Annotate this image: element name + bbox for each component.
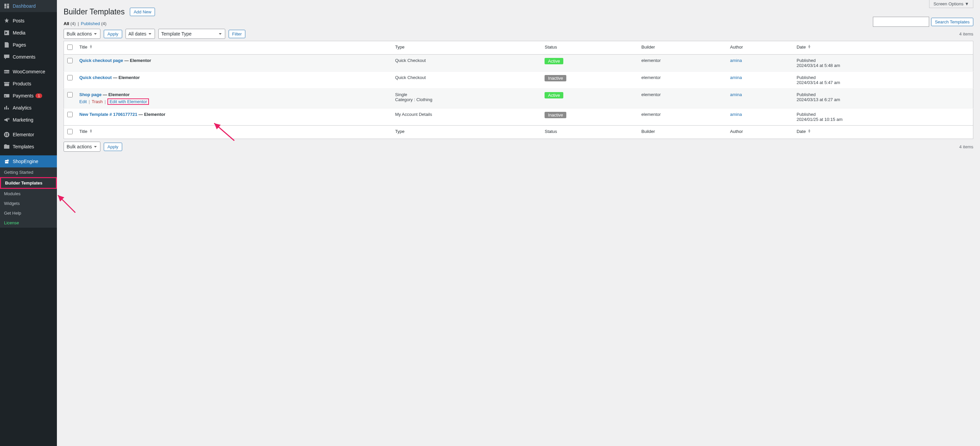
svg-text:Woo: Woo bbox=[4, 70, 10, 73]
date-filter-select[interactable]: All dates bbox=[126, 29, 155, 39]
cell-type: SingleCategory : Clothing bbox=[391, 89, 541, 108]
edit-link[interactable]: Edit bbox=[80, 99, 87, 104]
sort-icon: ▲▼ bbox=[808, 129, 811, 133]
bulk-actions-select[interactable]: Bulk actions bbox=[64, 29, 100, 39]
sidebar-item-payments[interactable]: Payments1 bbox=[0, 90, 57, 102]
column-title-header[interactable]: Title ▲▼ bbox=[76, 41, 391, 54]
submenu-item-getting-started[interactable]: Getting Started bbox=[0, 167, 57, 177]
pin-icon bbox=[3, 18, 10, 24]
column-builder-header: Builder bbox=[638, 41, 727, 54]
sidebar-item-label: Marketing bbox=[13, 117, 33, 123]
main-content: Screen Options ▼ Builder Templates Add N… bbox=[57, 0, 980, 446]
bulk-actions-select-bottom[interactable]: Bulk actions bbox=[64, 142, 100, 152]
svg-rect-3 bbox=[5, 96, 6, 96]
submenu-item-builder-templates[interactable]: Builder Templates bbox=[0, 177, 57, 189]
chevron-down-icon: ▼ bbox=[965, 2, 969, 6]
filter-button[interactable]: Filter bbox=[229, 30, 246, 38]
apply-bulk-button[interactable]: Apply bbox=[104, 30, 122, 38]
sidebar-item-products[interactable]: Products bbox=[0, 78, 57, 90]
author-link[interactable]: amina bbox=[730, 92, 742, 97]
view-published-count: (4) bbox=[101, 21, 107, 26]
row-checkbox[interactable] bbox=[67, 112, 73, 117]
sidebar-item-media[interactable]: Media bbox=[0, 27, 57, 39]
author-link[interactable]: amina bbox=[730, 112, 742, 117]
column-author-header: Author bbox=[727, 41, 793, 54]
analytics-icon bbox=[3, 105, 10, 111]
template-type-select[interactable]: Template Type bbox=[158, 29, 225, 39]
row-title-link[interactable]: Quick checkout page bbox=[80, 58, 123, 63]
cell-date: Published2024/03/14 at 5:48 am bbox=[793, 54, 973, 72]
sidebar-item-label: ShopEngine bbox=[13, 159, 38, 164]
apply-bulk-button-bottom[interactable]: Apply bbox=[104, 143, 122, 151]
sidebar-item-woocommerce[interactable]: WooWooCommerce bbox=[0, 65, 57, 78]
table-row: Shop page — ElementorEdit | Trash | Edit… bbox=[64, 89, 973, 108]
builder-suffix: — Elementor bbox=[137, 112, 165, 117]
tablenav-bottom: Bulk actions Apply 4 items bbox=[64, 142, 973, 152]
table-header: Title ▲▼ Type Status Builder Author Date… bbox=[64, 41, 973, 54]
row-title-link[interactable]: Quick checkout bbox=[80, 75, 112, 80]
elementor-icon bbox=[3, 131, 10, 138]
products-icon bbox=[3, 80, 10, 87]
sidebar-item-elementor[interactable]: Elementor bbox=[0, 129, 57, 141]
column-author-footer: Author bbox=[727, 126, 793, 139]
items-count-bottom: 4 items bbox=[959, 144, 973, 149]
sidebar-item-label: Analytics bbox=[13, 105, 32, 110]
row-checkbox[interactable] bbox=[67, 58, 73, 63]
sidebar-item-templates[interactable]: Templates bbox=[0, 141, 57, 153]
sidebar-item-analytics[interactable]: Analytics bbox=[0, 102, 57, 114]
add-new-button[interactable]: Add New bbox=[130, 8, 155, 16]
woo-icon: Woo bbox=[3, 68, 10, 75]
sidebar-item-shopengine[interactable]: ShopEngine bbox=[0, 155, 57, 167]
sidebar-item-label: WooCommerce bbox=[13, 69, 45, 74]
sidebar-item-posts[interactable]: Posts bbox=[0, 15, 57, 27]
select-all-checkbox-footer[interactable] bbox=[67, 129, 73, 134]
table-row: New Template # 1706177721 — ElementorMy … bbox=[64, 108, 973, 126]
search-input[interactable] bbox=[873, 17, 929, 27]
shopengine-icon bbox=[3, 158, 10, 165]
cell-builder: elementor bbox=[638, 89, 727, 108]
search-templates-button[interactable]: Search Templates bbox=[931, 18, 973, 26]
view-published-link[interactable]: Published bbox=[81, 21, 100, 26]
column-status-footer: Status bbox=[541, 126, 638, 139]
templates-table: Title ▲▼ Type Status Builder Author Date… bbox=[64, 41, 973, 139]
row-title-link[interactable]: New Template # 1706177721 bbox=[80, 112, 137, 117]
trash-link[interactable]: Trash bbox=[92, 99, 103, 104]
status-badge: Active bbox=[544, 92, 563, 99]
builder-suffix: — Elementor bbox=[123, 58, 151, 63]
column-builder-footer: Builder bbox=[638, 126, 727, 139]
svg-rect-6 bbox=[7, 133, 8, 134]
author-link[interactable]: amina bbox=[730, 75, 742, 80]
view-all-link[interactable]: All bbox=[64, 21, 69, 26]
sidebar-item-label: Templates bbox=[13, 144, 34, 149]
author-link[interactable]: amina bbox=[730, 58, 742, 63]
column-date-header[interactable]: Date ▲▼ bbox=[793, 41, 973, 54]
screen-options-toggle[interactable]: Screen Options ▼ bbox=[929, 0, 973, 8]
page-title: Builder Templates bbox=[64, 7, 124, 16]
submenu-item-modules[interactable]: Modules bbox=[0, 189, 57, 199]
column-title-footer[interactable]: Title ▲▼ bbox=[76, 126, 391, 139]
sidebar-item-pages[interactable]: Pages bbox=[0, 39, 57, 51]
submenu-item-license[interactable]: License bbox=[0, 218, 57, 228]
select-all-checkbox[interactable] bbox=[67, 45, 73, 50]
status-badge: Inactive bbox=[544, 75, 566, 81]
row-checkbox[interactable] bbox=[67, 75, 73, 80]
svg-rect-5 bbox=[5, 133, 6, 136]
edit-with-elementor-link[interactable]: Edit with Elementor bbox=[110, 99, 147, 104]
sidebar-item-label: Dashboard bbox=[13, 3, 36, 9]
screen-options-label: Screen Options bbox=[934, 2, 964, 6]
templates-icon bbox=[3, 143, 10, 150]
column-date-footer[interactable]: Date ▲▼ bbox=[793, 126, 973, 139]
row-title-link[interactable]: Shop page bbox=[80, 92, 102, 97]
submenu-item-widgets[interactable]: Widgets bbox=[0, 199, 57, 208]
sidebar-item-dashboard[interactable]: Dashboard bbox=[0, 0, 57, 12]
row-checkbox[interactable] bbox=[67, 92, 73, 97]
cell-type: Quick Checkout bbox=[391, 72, 541, 89]
cell-builder: elementor bbox=[638, 72, 727, 89]
cell-builder: elementor bbox=[638, 108, 727, 126]
sidebar-item-marketing[interactable]: Marketing bbox=[0, 114, 57, 126]
search-box: Search Templates bbox=[873, 17, 973, 27]
sidebar-item-comments[interactable]: Comments bbox=[0, 51, 57, 63]
builder-suffix: — Elementor bbox=[102, 92, 129, 97]
sidebar-item-label: Pages bbox=[13, 42, 26, 48]
submenu-item-get-help[interactable]: Get Help bbox=[0, 208, 57, 218]
